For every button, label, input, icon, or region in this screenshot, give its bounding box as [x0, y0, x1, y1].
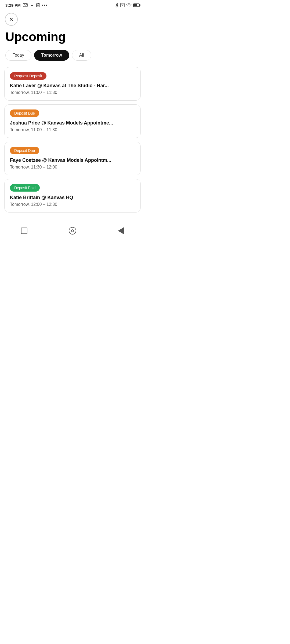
svg-point-10: [46, 5, 47, 6]
appointments-list: Request Deposit Katie Laver @ Kanvas at …: [0, 67, 145, 213]
nav-back-button[interactable]: [115, 225, 126, 236]
tab-all[interactable]: All: [72, 50, 91, 61]
appt-name: Faye Coetzee @ Kanvas Models Appointm...: [10, 158, 135, 163]
status-time: 3:29 PM: [5, 3, 21, 8]
status-bar: 3:29 PM: [0, 0, 145, 9]
badge-deposit-paid: Deposit Paid: [10, 184, 40, 192]
appt-time: Tomorrow, 11:00 – 11:30: [10, 127, 135, 132]
mail-icon: [23, 3, 28, 7]
appt-name: Katie Laver @ Kanvas at The Studio - Har…: [10, 83, 135, 89]
x-box-icon: [120, 3, 125, 7]
bottom-nav: [0, 221, 145, 243]
badge-request-deposit: Request Deposit: [10, 72, 46, 80]
wifi-icon: [126, 3, 132, 7]
appt-name: Katie Brittain @ Kanvas HQ: [10, 195, 135, 200]
circle-inner-icon: [71, 229, 74, 232]
close-button[interactable]: [5, 13, 18, 26]
appt-name: Joshua Price @ Kanvas Models Appointme..…: [10, 120, 135, 126]
tab-today[interactable]: Today: [5, 50, 31, 61]
badge-deposit-due: Deposit Due: [10, 109, 39, 117]
appt-time: Tomorrow, 11:00 – 11:30: [10, 90, 135, 95]
more-icon: [42, 5, 47, 6]
tab-tomorrow[interactable]: Tomorrow: [34, 50, 69, 61]
svg-point-8: [42, 5, 43, 6]
nav-home-button[interactable]: [67, 225, 78, 236]
appointment-card[interactable]: Deposit Paid Katie Brittain @ Kanvas HQ …: [4, 179, 141, 213]
appointment-card[interactable]: Deposit Due Joshua Price @ Kanvas Models…: [4, 104, 141, 138]
appointment-card[interactable]: Request Deposit Katie Laver @ Kanvas at …: [4, 67, 141, 101]
status-right-icons: [115, 3, 140, 8]
nav-square-button[interactable]: [19, 225, 30, 236]
download-icon: [30, 3, 34, 7]
badge-deposit-due-2: Deposit Due: [10, 147, 39, 154]
appointment-card[interactable]: Deposit Due Faye Coetzee @ Kanvas Models…: [4, 142, 141, 175]
svg-point-14: [129, 6, 129, 7]
bluetooth-icon: [115, 3, 119, 8]
appt-time: Tomorrow, 12:00 – 12:30: [10, 202, 135, 207]
svg-rect-3: [37, 4, 40, 7]
square-icon: [21, 228, 27, 234]
back-icon: [118, 227, 124, 234]
page-title: Upcoming: [0, 30, 145, 44]
appt-time: Tomorrow, 11:30 – 12:00: [10, 165, 135, 170]
filter-tabs: Today Tomorrow All: [0, 50, 145, 61]
svg-point-9: [44, 5, 45, 6]
battery-icon: [133, 3, 140, 7]
trash-icon: [36, 3, 40, 7]
circle-icon: [69, 227, 76, 235]
